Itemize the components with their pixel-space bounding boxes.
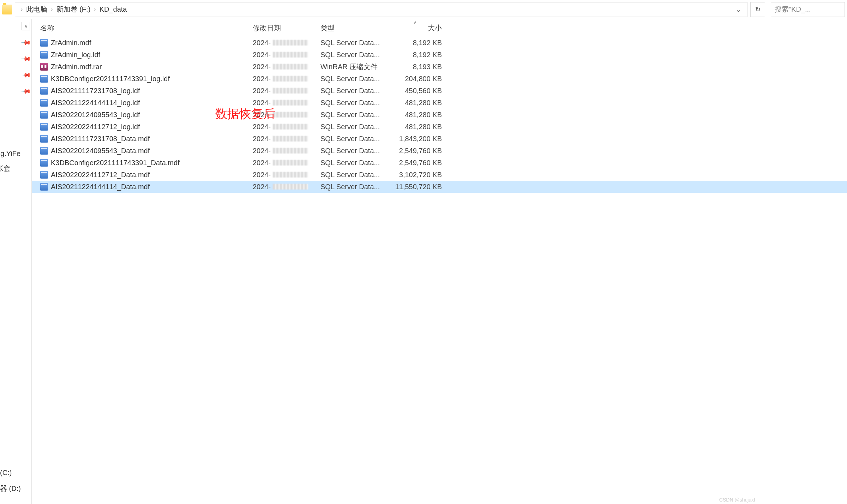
breadcrumb-segment[interactable]: 此电脑 [26,5,47,14]
breadcrumb[interactable]: › 此电脑 › 新加卷 (F:) › KD_data ⌄ [15,2,747,17]
file-type-cell: SQL Server Data... [316,159,383,167]
file-name-cell: ZrAdmin.mdf.rar [37,63,249,71]
file-name-cell: AIS20211117231708_log.ldf [37,87,249,95]
file-name-label: ZrAdmin.mdf [51,39,91,47]
file-name-label: ZrAdmin.mdf.rar [51,63,102,71]
chevron-right-icon: › [19,6,25,13]
redacted-date [273,160,308,166]
column-header-type[interactable]: 类型 [316,21,383,35]
file-row[interactable]: AIS20220224112712_log.ldf2024-SQL Server… [32,121,847,133]
file-date-prefix: 2024- [253,159,271,167]
sidebar-item-label[interactable]: ng.YiFe [0,150,20,158]
file-row[interactable]: AIS20211117231708_log.ldf2024-SQL Server… [32,85,847,97]
pin-icon[interactable]: 📌 [20,70,31,80]
file-type-cell: SQL Server Data... [316,183,383,191]
file-name-label: AIS20220224112712_Data.mdf [51,171,150,179]
file-date-cell: 2024- [249,51,316,59]
refresh-button[interactable]: ↻ [750,2,765,17]
database-file-icon [40,87,48,95]
file-date-prefix: 2024- [253,51,271,59]
database-file-icon [40,75,48,83]
file-name-cell: AIS20211224144114_Data.mdf [37,183,249,191]
file-date-cell: 2024- [249,111,316,119]
file-date-cell: 2024- [249,159,316,167]
database-file-icon [40,159,48,167]
scroll-up-button[interactable]: ∧ [22,22,30,30]
file-row[interactable]: K3DBConfiger2021111743391_Data.mdf2024-S… [32,157,847,169]
file-name-cell: AIS20211224144114_log.ldf [37,99,249,107]
file-name-cell: AIS20220224112712_log.ldf [37,123,249,131]
main-area: ∧ 📌 📌 📌 📌 ng.YiFe 帐套 (C:) 器 (D:) 名称 修改日期… [0,19,847,504]
redacted-date [273,52,308,58]
file-size-cell: 11,550,720 KB [383,183,447,191]
file-date-cell: 2024- [249,147,316,155]
redacted-date [273,136,308,142]
archive-file-icon [40,63,48,71]
redacted-date [273,124,308,130]
file-type-cell: SQL Server Data... [316,99,383,107]
file-date-prefix: 2024- [253,147,271,155]
file-name-label: K3DBConfiger2021111743391_log.ldf [51,75,170,83]
file-size-cell: 8,193 KB [383,63,447,71]
file-row[interactable]: ZrAdmin.mdf.rar2024-WinRAR 压缩文件8,193 KB [32,61,847,73]
file-row[interactable]: AIS20220224112712_Data.mdf2024-SQL Serve… [32,169,847,181]
column-header-date[interactable]: 修改日期 [249,21,316,35]
database-file-icon [40,171,48,179]
file-type-cell: SQL Server Data... [316,171,383,179]
file-row[interactable]: K3DBConfiger2021111743391_log.ldf2024-SQ… [32,73,847,85]
file-name-cell: AIS20220224112712_Data.mdf [37,171,249,179]
file-date-cell: 2024- [249,171,316,179]
file-name-label: AIS20211117231708_Data.mdf [51,135,150,143]
file-row[interactable]: AIS20211224144114_log.ldf2024-SQL Server… [32,97,847,109]
file-date-cell: 2024- [249,123,316,131]
sidebar-drive-label[interactable]: (C:) [0,469,21,477]
breadcrumb-segment[interactable]: KD_data [100,5,127,13]
file-row[interactable]: AIS20220124095543_Data.mdf2024-SQL Serve… [32,145,847,157]
chevron-down-icon[interactable]: ⌄ [733,5,744,14]
column-header-name[interactable]: 名称 [37,21,249,35]
file-date-prefix: 2024- [253,63,271,71]
pin-icon[interactable]: 📌 [20,53,31,64]
sidebar-item-label[interactable]: 帐套 [0,164,11,173]
file-name-cell: K3DBConfiger2021111743391_Data.mdf [37,159,249,167]
file-date-prefix: 2024- [253,135,271,143]
folder-icon [2,5,12,14]
pin-icon[interactable]: 📌 [20,37,31,48]
file-row[interactable]: AIS20220124095543_log.ldf2024-SQL Server… [32,109,847,121]
redacted-date [273,184,308,190]
sidebar-drive-label[interactable]: 器 (D:) [0,484,21,493]
file-row[interactable]: AIS20211117231708_Data.mdf2024-SQL Serve… [32,133,847,145]
file-date-cell: 2024- [249,135,316,143]
file-name-cell: AIS20220124095543_Data.mdf [37,147,249,155]
pin-icon[interactable]: 📌 [20,86,31,97]
file-size-cell: 450,560 KB [383,87,447,95]
file-date-cell: 2024- [249,39,316,47]
file-type-cell: SQL Server Data... [316,135,383,143]
redacted-date [273,112,308,118]
file-date-cell: 2024- [249,63,316,71]
breadcrumb-segment[interactable]: 新加卷 (F:) [56,5,91,14]
file-row[interactable]: AIS20211224144114_Data.mdf2024-SQL Serve… [32,181,847,193]
file-row[interactable]: ZrAdmin_log.ldf2024-SQL Server Data...8,… [32,49,847,61]
file-size-cell: 481,280 KB [383,123,447,131]
search-input[interactable]: 搜索"KD_... [771,2,845,17]
file-date-cell: 2024- [249,75,316,83]
file-name-label: AIS20220224112712_log.ldf [51,123,140,131]
file-type-cell: SQL Server Data... [316,123,383,131]
file-name-cell: K3DBConfiger2021111743391_log.ldf [37,75,249,83]
file-name-label: ZrAdmin_log.ldf [51,51,100,59]
redacted-date [273,88,308,94]
file-date-prefix: 2024- [253,123,271,131]
redacted-date [273,172,308,178]
sort-ascending-icon: ∧ [414,20,417,25]
column-header-size[interactable]: ∧ 大小 [383,21,447,35]
database-file-icon [40,135,48,143]
file-type-cell: SQL Server Data... [316,51,383,59]
navigation-pane[interactable]: ∧ 📌 📌 📌 📌 ng.YiFe 帐套 (C:) 器 (D:) [0,19,32,504]
file-date-cell: 2024- [249,87,316,95]
file-size-cell: 8,192 KB [383,51,447,59]
file-size-cell: 481,280 KB [383,99,447,107]
file-name-label: AIS20211224144114_Data.mdf [51,183,150,191]
redacted-date [273,148,308,154]
file-row[interactable]: ZrAdmin.mdf2024-SQL Server Data...8,192 … [32,37,847,49]
